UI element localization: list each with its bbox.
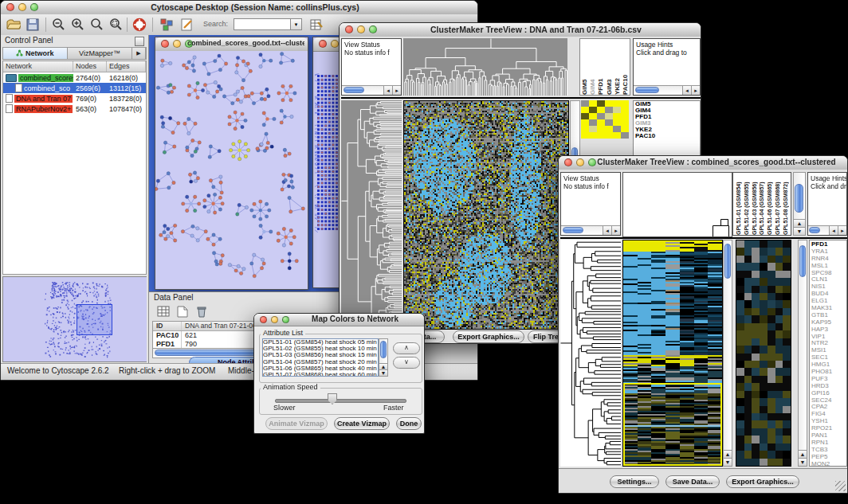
- matrix-cell[interactable]: [589, 132, 597, 139]
- matrix-cell[interactable]: [621, 113, 629, 119]
- dialog-title-bar[interactable]: Map Colors to Network: [254, 314, 424, 326]
- minimize-button[interactable]: [576, 158, 584, 166]
- matrix-cell[interactable]: [613, 107, 621, 113]
- attribute-list-scrollbar[interactable]: ▲ ▼: [379, 338, 388, 377]
- matrix-cell[interactable]: [613, 132, 621, 139]
- matrix-cell[interactable]: [605, 126, 613, 132]
- vizmapper-icon[interactable]: [159, 17, 175, 33]
- matrix-cell[interactable]: [605, 132, 613, 139]
- close-button[interactable]: [345, 25, 353, 33]
- matrix-cell[interactable]: [589, 126, 597, 132]
- scrollbar-thumb[interactable]: [799, 245, 806, 277]
- usage-hints-scrollbar[interactable]: ◂▸: [807, 225, 847, 236]
- network-view-canvas[interactable]: [155, 51, 308, 289]
- matrix-cell[interactable]: [597, 107, 605, 113]
- animate-vizmap-button[interactable]: Animate Vizmap: [265, 417, 328, 430]
- scroll-right-icon[interactable]: ▸: [392, 86, 401, 95]
- scroll-right-icon[interactable]: ▸: [838, 226, 846, 235]
- minimize-button[interactable]: [173, 40, 181, 48]
- scroll-up-icon[interactable]: ▲: [794, 219, 805, 227]
- matrix-cell[interactable]: [613, 126, 621, 132]
- birds-eye-view[interactable]: [2, 276, 147, 362]
- matrix-cell[interactable]: [589, 100, 597, 107]
- table-mode-icon[interactable]: [155, 303, 171, 319]
- matrix-cell[interactable]: [589, 113, 597, 119]
- matrix-cell[interactable]: [621, 100, 629, 107]
- view-status-scrollbar[interactable]: ◂▸: [560, 225, 621, 236]
- close-button[interactable]: [161, 40, 169, 48]
- matrix-cell[interactable]: [597, 126, 605, 132]
- settings-button[interactable]: Settings...: [610, 475, 659, 488]
- zoom-window-button[interactable]: [282, 316, 289, 323]
- zoom-fit-icon[interactable]: [88, 17, 104, 33]
- search-input[interactable]: [234, 18, 291, 30]
- matrix-cell[interactable]: [613, 113, 621, 119]
- matrix-cell[interactable]: [621, 107, 629, 113]
- scroll-down-icon[interactable]: ▼: [379, 369, 387, 376]
- matrix-cell[interactable]: [605, 113, 613, 119]
- zoom-out-icon[interactable]: [50, 17, 66, 33]
- row-dendrogram-canvas[interactable]: [341, 100, 402, 330]
- birds-eye-canvas[interactable]: [3, 277, 147, 361]
- scroll-up-icon[interactable]: ▲: [799, 450, 807, 458]
- matrix-cell[interactable]: [597, 113, 605, 119]
- view-status-scrollbar[interactable]: ◂▸: [341, 85, 402, 96]
- heatmap-canvas[interactable]: [403, 100, 569, 330]
- main-title-bar[interactable]: Cytoscape Desktop (Session Name: collins…: [1, 1, 477, 15]
- matrix-cell[interactable]: [605, 119, 613, 126]
- scroll-down-icon[interactable]: ▼: [799, 458, 807, 466]
- attribute-list[interactable]: GPL51-01 (GSM854) heat shock 05 minGPL51…: [262, 338, 379, 377]
- heatmap-vertical-scrollbar[interactable]: ▲ ▼: [723, 240, 732, 467]
- network-table-row[interactable]: combined_sco2569(6)13112(15): [3, 83, 146, 93]
- matrix-cell[interactable]: [597, 119, 605, 126]
- scroll-down-icon[interactable]: ▼: [724, 458, 732, 466]
- matrix-cell[interactable]: [589, 119, 597, 126]
- scroll-up-icon[interactable]: ▲: [724, 450, 732, 458]
- save-icon[interactable]: [25, 17, 41, 33]
- matrix-cell[interactable]: [605, 107, 613, 113]
- zoom-heatmap-canvas[interactable]: [736, 240, 791, 467]
- matrix-cell[interactable]: [597, 132, 605, 139]
- new-attribute-icon[interactable]: [175, 303, 190, 319]
- matrix-cell[interactable]: [581, 132, 589, 139]
- treeview2-title-bar[interactable]: ClusterMaker TreeView : combined_scores_…: [559, 156, 847, 170]
- close-button[interactable]: [319, 40, 327, 48]
- attribute-table-icon[interactable]: [308, 17, 324, 33]
- zoom-matrix[interactable]: [581, 100, 629, 139]
- matrix-cell[interactable]: [581, 119, 589, 126]
- matrix-cell[interactable]: [589, 107, 597, 113]
- col-edges[interactable]: Edges: [107, 61, 146, 72]
- create-vizmap-button[interactable]: Create Vizmap: [334, 417, 390, 430]
- matrix-cell[interactable]: [621, 119, 629, 126]
- scroll-left-icon[interactable]: ◂: [829, 226, 838, 235]
- matrix-cell[interactable]: [581, 113, 589, 119]
- scrollbar-thumb[interactable]: [724, 244, 731, 279]
- save-data-button[interactable]: Save Data...: [665, 475, 720, 488]
- scroll-right-icon[interactable]: ▸: [691, 86, 700, 95]
- scrollbar-thumb[interactable]: [809, 227, 820, 233]
- open-file-icon[interactable]: [6, 17, 22, 33]
- tab-overflow-arrow-icon[interactable]: ▶: [132, 48, 146, 59]
- export-graphics-button[interactable]: Export Graphics...: [453, 330, 524, 343]
- done-button[interactable]: Done: [396, 417, 422, 430]
- col-id[interactable]: ID: [153, 322, 182, 330]
- attribute-list-item[interactable]: GPL51-07 (GSM868) heat shock 60 min: [263, 372, 378, 377]
- scroll-down-icon[interactable]: ▼: [794, 227, 805, 235]
- zoom-selected-region-icon[interactable]: [108, 17, 124, 33]
- matrix-cell[interactable]: [621, 132, 629, 139]
- column-label-scrollbar[interactable]: ▲ ▼: [793, 172, 806, 236]
- float-panel-icon[interactable]: [135, 37, 144, 46]
- minimize-button[interactable]: [357, 25, 365, 33]
- scrollbar-thumb[interactable]: [635, 87, 659, 93]
- move-down-button[interactable]: ∨: [393, 357, 420, 369]
- scrollbar-thumb[interactable]: [344, 87, 364, 93]
- annotation-icon[interactable]: [179, 17, 195, 33]
- tab-network[interactable]: Network: [3, 48, 68, 59]
- scrollbar-thumb[interactable]: [795, 184, 803, 213]
- help-lifesaver-icon[interactable]: [132, 17, 147, 33]
- scrollbar-thumb[interactable]: [380, 341, 387, 358]
- col-nodes[interactable]: Nodes: [73, 61, 107, 72]
- scroll-left-icon[interactable]: ◂: [682, 86, 691, 95]
- network-a-title-bar[interactable]: combined_scores_good.txt--cluste...: [155, 37, 308, 52]
- zoom-vertical-scrollbar[interactable]: ▲ ▼: [798, 240, 807, 467]
